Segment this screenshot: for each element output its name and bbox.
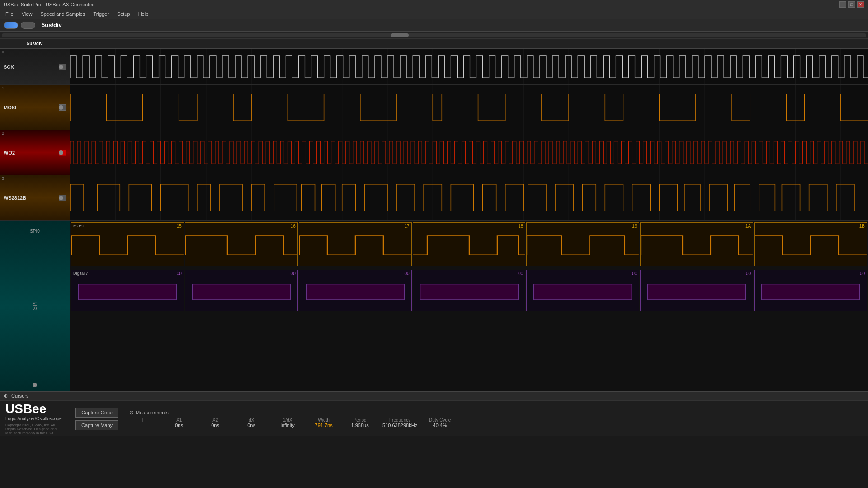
meas-col-dx: dX 0ns [238, 418, 265, 428]
meas-header-period: Period [354, 418, 367, 422]
waveform-container: 5us/div 8us13us18us23us28us33us38us43us4… [0, 39, 868, 391]
spi-cell-label-0: MOSI [73, 224, 84, 228]
spi-cell-value-6: 1B [859, 224, 865, 229]
svg-rect-70 [306, 284, 404, 300]
window-controls: — □ ✕ [839, 1, 864, 8]
brand-copy: Copyright 2021, CWAV, Inc. All Rights Re… [5, 423, 65, 435]
timeline-ruler: 5us/div 8us13us18us23us28us33us38us43us4… [0, 39, 868, 49]
menu-file[interactable]: File [2, 10, 17, 18]
meas-value-width: 791.7ns [315, 422, 333, 428]
menubar: File View Speed and Samples Trigger Setu… [0, 9, 868, 19]
meas-col-period: Period 1.958us [346, 418, 373, 428]
waveform-wo2 [70, 130, 868, 175]
digital-cell-value-6: 00 [860, 271, 865, 276]
menu-speed-samples[interactable]: Speed and Samples [37, 10, 89, 18]
meas-value-x2: 0ns [211, 422, 219, 428]
svg-rect-73 [648, 284, 746, 300]
minimize-button[interactable]: — [839, 1, 846, 8]
meas-value-1dx: infinity [281, 422, 295, 428]
svg-rect-72 [534, 284, 632, 300]
timescale-label: 5us/div [0, 41, 70, 46]
spi-cell-6: 1B [754, 222, 867, 266]
spi-cell-5: 1A [640, 222, 753, 266]
digital-cell-value-0: 00 [177, 271, 182, 276]
scroll-thumb[interactable] [391, 33, 409, 37]
meas-header-x1: X1 [176, 418, 182, 422]
meas-value-period: 1.958us [351, 422, 369, 428]
digital-cell-value-2: 00 [404, 271, 409, 276]
maximize-button[interactable]: □ [848, 1, 855, 8]
digital-cells-row: Digital 7 00 00 00 [70, 268, 868, 313]
top-scrollbar[interactable] [0, 32, 868, 39]
channel-dot-ws2812b[interactable]: · [59, 196, 63, 200]
spi-cell-3: 18 [413, 222, 526, 266]
status-bar: USBee Logic Analyzer/Oscilloscope Copyri… [0, 400, 868, 436]
titlebar: USBee Suite Pro - USBee AX Connected — □… [0, 0, 868, 9]
spi-side-label: SPI [32, 301, 38, 310]
digital-cell-value-3: 00 [518, 271, 523, 276]
menu-setup[interactable]: Setup [113, 10, 134, 18]
digital-cell-4: 00 [526, 270, 639, 311]
brand-sub: Logic Analyzer/Oscilloscope [5, 416, 62, 421]
channel-row-mosi: 1 MOSI · [0, 85, 868, 130]
meas-header-t: T [142, 418, 144, 422]
spi-cell-value-5: 1A [745, 224, 751, 229]
usbee-brand: USBee Logic Analyzer/Oscilloscope Copyri… [0, 399, 70, 439]
menu-view[interactable]: View [18, 10, 36, 18]
meas-col-duty: Duty Cycle 40.4% [426, 418, 453, 428]
waveform-sck [70, 49, 868, 84]
title-text: USBee Suite Pro - USBee AX Connected [4, 2, 94, 7]
meas-header-width: Width [318, 418, 330, 422]
channel-name-sck: SCK [4, 64, 14, 70]
meas-value-x1: 0ns [175, 422, 183, 428]
cursors-label: Cursors [11, 393, 29, 399]
toolbar: 5us/div [0, 19, 868, 32]
svg-rect-74 [762, 284, 860, 300]
channel-num-2: 2 [2, 131, 4, 136]
channel-row-ws2812b: 3 WS2812B · [0, 175, 868, 221]
spi-cell-value-3: 18 [518, 224, 523, 229]
measurements-panel: ⊙ Measurements T X1 0ns X2 0ns dX 0ns 1/… [124, 408, 868, 430]
channel-name-mosi: MOSI [4, 105, 16, 110]
cursors-bar: ⊕ Cursors [0, 391, 868, 400]
scroll-track[interactable] [2, 33, 866, 37]
waveform-svg-wo2 [70, 130, 868, 175]
toggle-gray[interactable] [21, 22, 35, 29]
digital-cell-value-5: 00 [746, 271, 751, 276]
measurements-title: ⊙ Measurements [129, 409, 863, 416]
menu-trigger[interactable]: Trigger [90, 10, 112, 18]
spi-cell-value-1: 16 [291, 224, 296, 229]
capture-many-button[interactable]: Capture Many [75, 420, 118, 430]
meas-col-x2: X2 0ns [202, 418, 229, 428]
meas-value-dx: 0ns [247, 422, 255, 428]
channel-dot-spi[interactable]: · [33, 383, 37, 387]
digital-cell-6: 00 [754, 270, 867, 311]
close-button[interactable]: ✕ [857, 1, 864, 8]
meas-col-1dx: 1/dX infinity [274, 418, 301, 428]
spi-cell-0: MOSI 15 [71, 222, 184, 266]
capture-once-button[interactable]: Capture Once [75, 408, 118, 418]
channel-dot-sck[interactable]: · [59, 65, 63, 69]
waveform-svg-ws2812b [70, 175, 868, 220]
channel-dot-mosi[interactable]: · [59, 105, 63, 110]
svg-rect-68 [78, 284, 176, 300]
brand-name: USBee [5, 403, 46, 415]
channel-num-1: 1 [2, 86, 4, 90]
toggle-blue[interactable] [4, 22, 18, 29]
meas-value-duty: 40.4% [433, 422, 447, 428]
digital-cell-2: 00 [299, 270, 412, 311]
digital-cell-3: 00 [413, 270, 526, 311]
channel-name-ws2812b: WS2812B [4, 195, 26, 201]
menu-help[interactable]: Help [135, 10, 152, 18]
meas-header-freq: Frequency [389, 418, 410, 422]
meas-header-dx: dX [249, 418, 254, 422]
waveform-ws2812b [70, 175, 868, 220]
spi-cell-1: 16 [185, 222, 298, 266]
meas-header-x2: X2 [212, 418, 218, 422]
digital-cell-5: 00 [640, 270, 753, 311]
spi-cell-2: 17 [299, 222, 412, 266]
meas-header-duty: Duty Cycle [429, 418, 451, 422]
digital-cell-label-0: Digital 7 [73, 271, 88, 276]
digital-cell-0: Digital 7 00 [71, 270, 184, 311]
channel-dot-wo2[interactable]: · [59, 150, 63, 155]
